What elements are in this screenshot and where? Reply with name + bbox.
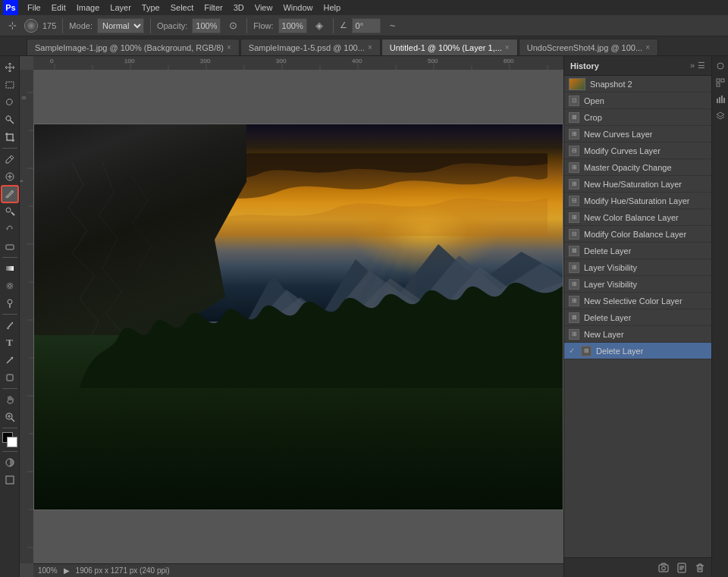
svg-point-11	[6, 208, 11, 212]
tab-2-close[interactable]: ×	[368, 43, 372, 52]
menu-type[interactable]: Type	[137, 2, 165, 14]
history-item[interactable]: ⊠ Delete Layer	[564, 243, 711, 259]
gradient-tool[interactable]	[2, 260, 18, 277]
quick-mask-btn[interactable]	[2, 454, 18, 471]
menu-filter[interactable]: Filter	[199, 2, 227, 14]
tab-3[interactable]: Untitled-1 @ 100% (Layer 1,... ×	[381, 39, 518, 55]
zoom-level: 100%	[38, 566, 58, 575]
history-item[interactable]: ⊞ New Curves Layer	[564, 126, 711, 143]
history-item[interactable]: ⊞ Layer Visibility	[564, 276, 711, 293]
background-color[interactable]	[7, 437, 17, 447]
menu-window[interactable]: Window	[278, 2, 317, 14]
history-item-icon: ⊞	[569, 179, 579, 190]
create-document-btn[interactable]	[675, 561, 689, 575]
history-item[interactable]: ⊟ Modify Curves Layer	[564, 143, 711, 159]
pen-tool[interactable]	[2, 317, 18, 334]
dodge-tool[interactable]	[2, 295, 18, 312]
toolbar: T	[0, 56, 20, 577]
menu-help[interactable]: Help	[319, 2, 346, 14]
adjustments-panel-btn[interactable]	[714, 76, 727, 89]
history-item[interactable]: Snapshot 2	[564, 76, 711, 93]
tab-3-close[interactable]: ×	[505, 43, 510, 52]
menu-edit[interactable]: Edit	[47, 2, 71, 14]
menu-layer[interactable]: Layer	[105, 2, 136, 14]
history-item[interactable]: ⊠ Crop	[564, 109, 711, 126]
tool-sep-6	[2, 451, 17, 452]
zoom-tool[interactable]	[2, 409, 18, 425]
crop-tool[interactable]	[2, 129, 18, 146]
shape-tool[interactable]	[2, 369, 18, 386]
history-item[interactable]: ⊞ New Selective Color Layer	[564, 293, 711, 309]
svg-rect-12	[6, 245, 14, 249]
new-snapshot-btn[interactable]	[657, 561, 670, 575]
history-item-label: Modify Hue/Saturation Layer	[584, 196, 689, 205]
history-item[interactable]: ⊞ Master Opacity Change	[564, 159, 711, 176]
clone-stamp-tool[interactable]	[2, 203, 18, 220]
history-header-buttons: » ☰	[690, 61, 705, 71]
history-brush-tool[interactable]	[2, 221, 18, 237]
history-item-active[interactable]: ✓ ⊠ Delete Layer	[564, 343, 711, 359]
move-tool[interactable]	[2, 59, 18, 76]
opacity-input[interactable]	[192, 18, 221, 33]
history-expand-btn[interactable]: »	[690, 61, 695, 71]
smoothing-icon[interactable]: ~	[385, 18, 400, 33]
path-selection-tool[interactable]	[2, 352, 18, 368]
tool-preset-icon[interactable]: ⊹	[5, 18, 20, 33]
svg-point-14	[7, 283, 13, 289]
eyedropper-tool[interactable]	[2, 151, 18, 168]
tab-1[interactable]: SampleImage-1.jpg @ 100% (Background, RG…	[27, 39, 240, 55]
opacity-dial-icon[interactable]: ⊙	[225, 18, 240, 33]
eraser-tool[interactable]	[2, 238, 18, 255]
tab-2[interactable]: SampleImage-1-5.psd @ 100... ×	[240, 39, 381, 55]
history-item[interactable]: ⊟ Modify Color Balance Layer	[564, 226, 711, 243]
history-menu-btn[interactable]: ☰	[698, 61, 705, 71]
history-item[interactable]: ⊟ Modify Hue/Saturation Layer	[564, 193, 711, 209]
menu-image[interactable]: Image	[72, 2, 105, 14]
layers-panel-btn[interactable]	[714, 109, 727, 123]
rectangular-marquee-tool[interactable]	[2, 77, 18, 93]
history-item-label: Layer Visibility	[584, 280, 637, 289]
tab-4[interactable]: UndoScreenShot4.jpg @ 100... ×	[519, 39, 658, 55]
airbrush-icon[interactable]: ◈	[312, 18, 327, 33]
histogram-btn[interactable]	[714, 93, 727, 106]
healing-brush-tool[interactable]	[2, 168, 18, 185]
menu-view[interactable]: View	[250, 2, 278, 14]
hand-tool[interactable]	[2, 391, 18, 408]
svg-text:300: 300	[276, 58, 287, 64]
panel-collapse-btn[interactable]	[714, 59, 727, 73]
history-item[interactable]: ⊞ New Color Balance Layer	[564, 209, 711, 226]
flow-input[interactable]	[278, 18, 307, 33]
magic-wand-tool[interactable]	[2, 111, 18, 128]
canvas-content[interactable]	[33, 70, 563, 563]
canvas-image[interactable]	[33, 124, 563, 510]
history-item-icon: ⊟	[569, 229, 579, 240]
angle-input[interactable]	[352, 18, 381, 33]
history-item-label: New Curves Layer	[584, 130, 652, 139]
mode-select[interactable]: Normal	[97, 18, 144, 33]
history-item-icon: ⊞	[569, 329, 579, 340]
menu-file[interactable]: File	[23, 2, 46, 14]
history-item[interactable]: ⊡ Open	[564, 93, 711, 109]
tab-1-close[interactable]: ×	[227, 43, 231, 52]
tab-4-close[interactable]: ×	[645, 43, 650, 52]
history-item[interactable]: ⊞ New Hue/Saturation Layer	[564, 176, 711, 193]
screen-mode-btn[interactable]	[2, 472, 18, 488]
blur-tool[interactable]	[2, 278, 18, 294]
brush-tool[interactable]	[2, 186, 18, 202]
history-item[interactable]: ⊠ Delete Layer	[564, 309, 711, 326]
color-swatch[interactable]	[2, 432, 17, 447]
history-item[interactable]: ⊞ Layer Visibility	[564, 259, 711, 276]
history-item-icon: ⊞	[569, 296, 579, 306]
text-tool[interactable]: T	[2, 334, 18, 351]
brush-size-value: 175	[42, 21, 56, 30]
menu-select[interactable]: Select	[166, 2, 199, 14]
app-logo: Ps	[3, 0, 18, 15]
brush-preview[interactable]	[24, 19, 38, 33]
svg-point-15	[8, 284, 11, 287]
menu-3d[interactable]: 3D	[229, 2, 249, 14]
history-item[interactable]: ⊞ New Layer	[564, 326, 711, 343]
lasso-tool[interactable]	[2, 94, 18, 111]
svg-rect-25	[6, 476, 14, 484]
history-list[interactable]: Snapshot 2 ⊡ Open ⊠ Crop ⊞ New Curves La…	[564, 76, 711, 557]
delete-state-btn[interactable]	[693, 561, 707, 575]
